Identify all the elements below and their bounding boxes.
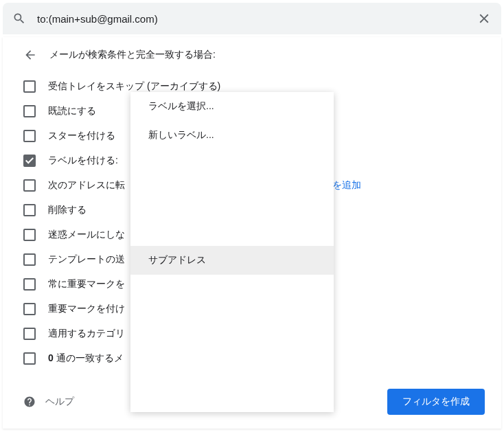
dropdown-select-label[interactable]: ラベルを選択... <box>130 92 334 121</box>
option-label: ラベルを付ける: <box>48 155 118 167</box>
close-icon[interactable] <box>477 11 492 26</box>
checkbox[interactable] <box>23 328 36 340</box>
checkbox[interactable] <box>23 278 36 291</box>
option-label: 0 通の一致するメ <box>48 352 124 365</box>
option-label: スターを付ける <box>48 130 115 142</box>
checkbox[interactable] <box>23 80 36 93</box>
header-text: メールが検索条件と完全一致する場合: <box>49 49 216 61</box>
filter-panel: メールが検索条件と完全一致する場合: 受信トレイをスキップ (アーカイブする) … <box>3 37 501 429</box>
search-input[interactable] <box>37 13 477 25</box>
option-label: 受信トレイをスキップ (アーカイブする) <box>48 80 220 93</box>
checkbox[interactable] <box>23 204 36 216</box>
label-dropdown: ラベルを選択... 新しいラベル... サブアドレス <box>130 92 334 412</box>
option-label: 重要マークを付け <box>48 303 125 315</box>
checkbox[interactable] <box>23 253 36 266</box>
checkbox[interactable] <box>23 352 36 365</box>
checkbox[interactable] <box>23 130 36 142</box>
checkbox[interactable] <box>23 303 36 315</box>
dropdown-sub-address[interactable]: サブアドレス <box>130 246 334 275</box>
option-label: 次のアドレスに転 <box>48 179 125 192</box>
help-icon <box>23 396 36 408</box>
create-filter-button[interactable]: フィルタを作成 <box>387 389 485 415</box>
option-label: 適用するカテゴリ <box>48 328 125 340</box>
option-label: テンプレートの送 <box>48 253 125 266</box>
option-label: 既読にする <box>48 105 96 117</box>
option-label: 削除する <box>48 204 87 216</box>
option-label: 常に重要マークを <box>48 278 125 291</box>
search-icon <box>12 12 26 25</box>
header-row: メールが検索条件と完全一致する場合: <box>23 48 485 62</box>
dropdown-new-label[interactable]: 新しいラベル... <box>130 121 334 150</box>
dropdown-gap <box>130 150 334 246</box>
checkbox[interactable] <box>23 105 36 117</box>
checkbox[interactable] <box>23 155 36 167</box>
help-link[interactable]: ヘルプ <box>23 396 74 408</box>
search-bar <box>3 3 501 34</box>
checkbox[interactable] <box>23 179 36 192</box>
help-text: ヘルプ <box>45 396 74 408</box>
back-icon[interactable] <box>23 48 37 62</box>
checkbox[interactable] <box>23 229 36 241</box>
option-label: 迷惑メールにしな <box>48 229 125 241</box>
